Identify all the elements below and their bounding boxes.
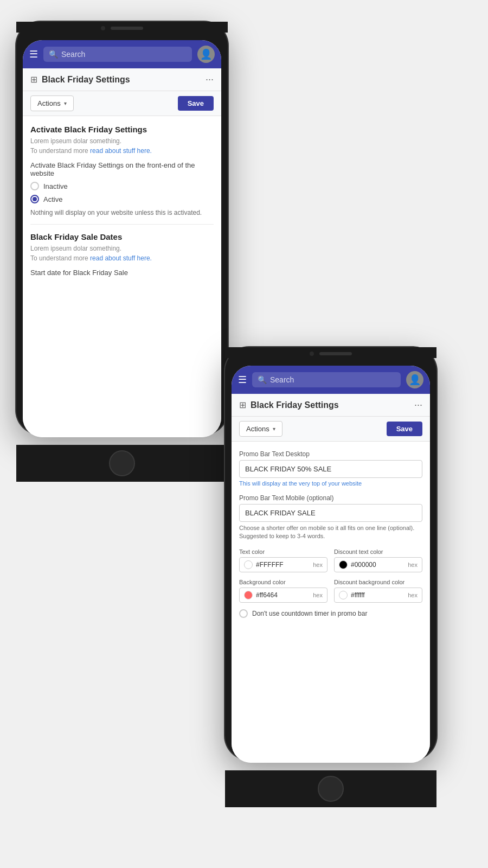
- toolbar-1: Actions ▾ Save: [23, 91, 221, 116]
- promo-desktop-field: Promo Bar Text Desktop This will display…: [239, 450, 422, 487]
- camera-2: [310, 352, 314, 356]
- discount-text-color-label: Discount text color: [334, 548, 422, 555]
- phone-frame-1: ☰ 🔍 Search 👤 ⊞ Black Friday Settings ···…: [16, 22, 228, 434]
- discount-bg-color-swatch: [339, 591, 348, 599]
- text-color-input[interactable]: #FFFFFF hex: [239, 557, 328, 572]
- discount-text-color-field: Discount text color #000000 hex: [334, 548, 422, 572]
- page-header-1: ⊞ Black Friday Settings ···: [23, 68, 221, 91]
- text-color-swatch: [244, 560, 253, 569]
- phone-screen-2: ☰ 🔍 Search 👤 ⊞ Black Friday Settings ···…: [232, 366, 430, 763]
- discount-bg-color-value: #ffffff: [351, 591, 404, 599]
- discount-text-color-input[interactable]: #000000 hex: [334, 557, 422, 572]
- toolbar-2: Actions ▾ Save: [232, 417, 430, 442]
- save-button-1[interactable]: Save: [178, 96, 214, 111]
- promo-mobile-hint: Choose a shorter offer on mobile so it a…: [239, 524, 422, 541]
- phone-bottom-bar-1: [16, 445, 228, 482]
- section2-link: To understand more read about stuff here…: [30, 254, 214, 262]
- text-color-hex: hex: [313, 561, 323, 568]
- promo-mobile-field: Promo Bar Text Mobile (optional) Choose …: [239, 494, 422, 541]
- home-button-2[interactable]: [318, 776, 344, 802]
- save-button-2[interactable]: Save: [387, 422, 422, 436]
- color-row-2: Background color #ff6464 hex Discount ba…: [239, 579, 422, 603]
- bg-color-swatch: [244, 591, 253, 599]
- radio-active[interactable]: Active: [30, 195, 214, 203]
- search-bar-1[interactable]: 🔍 Search: [43, 47, 192, 62]
- content-area-2: Promo Bar Text Desktop This will display…: [232, 442, 430, 763]
- speaker-2: [319, 352, 352, 355]
- home-button-1[interactable]: [109, 450, 135, 476]
- more-options-icon-2[interactable]: ···: [414, 399, 422, 411]
- countdown-checkbox-row: Don't use countdown timer in promo bar: [239, 609, 422, 618]
- page-icon-1: ⊞: [30, 74, 37, 85]
- text-color-label: Text color: [239, 548, 328, 555]
- page-header-left-2: ⊞ Black Friday Settings: [239, 400, 339, 410]
- promo-mobile-label: Promo Bar Text Mobile (optional): [239, 494, 422, 502]
- actions-button-2[interactable]: Actions ▾: [239, 421, 282, 437]
- section2-title: Black Friday Sale Dates: [30, 232, 214, 241]
- app-header-2: ☰ 🔍 Search 👤: [232, 366, 430, 394]
- section2-desc: Lorem ipseum dolar something.: [30, 245, 214, 252]
- phone-bottom-bar-2: [225, 770, 436, 807]
- discount-bg-color-field: Discount background color #ffffff hex: [334, 579, 422, 603]
- page-header-2: ⊞ Black Friday Settings ···: [232, 394, 430, 417]
- search-bar-2[interactable]: 🔍 Search: [252, 372, 401, 387]
- section1-link: To understand more read about stuff here…: [30, 147, 214, 155]
- menu-icon-2[interactable]: ☰: [238, 375, 247, 385]
- search-icon-1: 🔍: [49, 50, 58, 59]
- page-header-left-1: ⊞ Black Friday Settings: [30, 74, 130, 85]
- discount-text-color-value: #000000: [351, 561, 404, 569]
- page-title-1: Black Friday Settings: [42, 75, 130, 85]
- text-color-value: #FFFFFF: [256, 561, 310, 569]
- menu-icon-1[interactable]: ☰: [29, 49, 38, 59]
- text-color-field: Text color #FFFFFF hex: [239, 548, 328, 572]
- phone-top-bar-2: [225, 347, 436, 358]
- bg-color-hex: hex: [313, 592, 323, 598]
- page-icon-2: ⊞: [239, 400, 246, 410]
- bg-color-field: Background color #ff6464 hex: [239, 579, 328, 603]
- promo-desktop-label: Promo Bar Text Desktop: [239, 450, 422, 458]
- promo-mobile-input[interactable]: [239, 504, 422, 522]
- chevron-icon-2: ▾: [273, 426, 275, 432]
- countdown-label: Don't use countdown timer in promo bar: [252, 610, 367, 617]
- bg-color-input[interactable]: #ff6464 hex: [239, 588, 328, 603]
- radio-circle-inactive: [30, 182, 39, 190]
- content-area-1: Activate Black Friday Settings Lorem ips…: [23, 116, 221, 437]
- discount-bg-color-label: Discount background color: [334, 579, 422, 585]
- bg-color-label: Background color: [239, 579, 328, 585]
- search-placeholder-2: Search: [270, 375, 294, 384]
- chevron-icon-1: ▾: [64, 100, 67, 106]
- page-title-2: Black Friday Settings: [251, 400, 339, 410]
- discount-bg-color-input[interactable]: #ffffff hex: [334, 588, 422, 603]
- radio-group-activate: Inactive Active: [30, 182, 214, 203]
- countdown-checkbox[interactable]: [239, 609, 248, 618]
- discount-text-color-hex: hex: [408, 561, 418, 568]
- discount-bg-color-hex: hex: [408, 592, 418, 598]
- actions-button-1[interactable]: Actions ▾: [30, 95, 74, 111]
- section2-field-label: Start date for Black Friday Sale: [30, 269, 214, 277]
- radio-circle-active: [30, 195, 39, 203]
- phone-screen-1: ☰ 🔍 Search 👤 ⊞ Black Friday Settings ···…: [23, 40, 221, 437]
- section2-link-anchor[interactable]: read about stuff here.: [90, 254, 152, 262]
- promo-desktop-hint: This will display at the very top of you…: [239, 480, 422, 487]
- camera-1: [101, 26, 105, 30]
- search-icon-2: 🔍: [258, 375, 267, 384]
- phone-frame-2: ☰ 🔍 Search 👤 ⊞ Black Friday Settings ···…: [225, 347, 436, 760]
- helper-text-activate: Nothing will display on your website unl…: [30, 209, 214, 216]
- radio-inactive[interactable]: Inactive: [30, 182, 214, 190]
- promo-desktop-input[interactable]: [239, 460, 422, 478]
- speaker-1: [111, 27, 143, 30]
- section-activate: Activate Black Friday Settings Lorem ips…: [30, 125, 214, 216]
- section-sale-dates: Black Friday Sale Dates Lorem ipseum dol…: [30, 232, 214, 277]
- search-placeholder-1: Search: [61, 50, 85, 59]
- section1-title: Activate Black Friday Settings: [30, 125, 214, 134]
- phone-top-bar-1: [16, 22, 228, 33]
- color-row-1: Text color #FFFFFF hex Discount text col…: [239, 548, 422, 572]
- more-options-icon-1[interactable]: ···: [206, 74, 214, 85]
- section1-desc: Lorem ipseum dolar something.: [30, 137, 214, 145]
- section1-field-label: Activate Black Friday Settings on the fr…: [30, 161, 214, 177]
- avatar-1: 👤: [197, 46, 215, 63]
- section1-link-anchor[interactable]: read about stuff here.: [90, 147, 152, 155]
- discount-text-color-swatch: [339, 560, 348, 569]
- app-header-1: ☰ 🔍 Search 👤: [23, 40, 221, 68]
- divider-1: [30, 224, 214, 225]
